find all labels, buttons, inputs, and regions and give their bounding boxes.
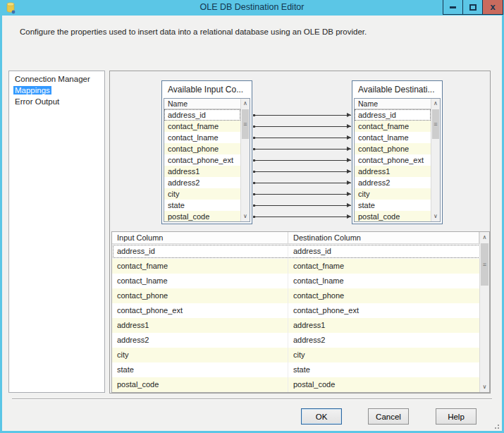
destination-column-header: Destination Column: [288, 232, 479, 243]
available-input-columns-title: Available Input Co...: [162, 81, 252, 98]
destination-column-cell[interactable]: postal_code: [288, 377, 479, 392]
input-column-cell[interactable]: address_id: [112, 244, 288, 259]
input-column-cell[interactable]: state: [112, 362, 288, 377]
column-item[interactable]: address_id: [164, 109, 240, 121]
destination-column-cell[interactable]: city: [288, 348, 479, 362]
window-controls: x: [443, 0, 503, 15]
page-list: Connection ManagerMappingsError Output: [8, 71, 105, 393]
mapping-arrow: [253, 216, 351, 217]
maximize-icon: [469, 4, 477, 11]
destination-column-cell[interactable]: state: [288, 362, 479, 377]
ok-button[interactable]: OK: [301, 408, 342, 425]
scrollbar-thumb[interactable]: ≡: [432, 109, 439, 139]
mapping-grid-row[interactable]: citycity: [112, 348, 489, 362]
mapping-grid-row[interactable]: contact_fnamecontact_fname: [112, 259, 489, 274]
column-item[interactable]: contact_phone: [355, 143, 431, 154]
maximize-button[interactable]: [462, 0, 483, 15]
available-destination-columns-box: Available Destinati... Name address_idco…: [352, 80, 443, 224]
column-item[interactable]: address_id: [355, 109, 431, 121]
mapping-grid-row[interactable]: postal_codepostal_code: [112, 377, 489, 392]
dialog-description: Configure the properties used to insert …: [20, 28, 367, 36]
destination-column-cell[interactable]: address2: [288, 333, 479, 348]
scrollbar-thumb[interactable]: ≡: [242, 109, 249, 139]
mapping-grid-row-partial: [112, 392, 489, 393]
available-input-columns-box: Available Input Co... Name address_idcon…: [161, 80, 252, 224]
input-column-cell[interactable]: address1: [112, 318, 288, 333]
column-item[interactable]: contact_phone_ext: [355, 154, 431, 166]
destination-column-cell[interactable]: contact_phone: [288, 288, 479, 303]
mapping-grid-row[interactable]: address1address1: [112, 318, 489, 333]
minimize-button[interactable]: [443, 0, 463, 15]
input-name-column-header[interactable]: Name: [164, 99, 240, 109]
mapping-arrow: [253, 171, 351, 172]
input-column-header: Input Column: [112, 232, 288, 243]
scroll-down-icon[interactable]: ∨: [480, 382, 489, 392]
grid-scrollbar[interactable]: ∧ ≡ ∨: [479, 232, 489, 392]
destination-columns-list: Name address_idcontact_fnamecontact_lnam…: [354, 98, 441, 222]
column-item[interactable]: contact_phone: [164, 143, 240, 154]
destination-column-cell[interactable]: contact_phone_ext: [288, 303, 479, 318]
mapping-grid-row[interactable]: address2address2: [112, 333, 489, 348]
column-item[interactable]: contact_fname: [355, 121, 431, 132]
sidebar-item-label: Error Output: [13, 97, 61, 106]
input-column-cell[interactable]: postal_code: [112, 377, 288, 392]
column-item[interactable]: contact_lname: [164, 132, 240, 143]
scrollbar-thumb[interactable]: ≡: [481, 243, 488, 286]
destination-column-cell[interactable]: contact_lname: [288, 274, 479, 288]
sidebar-item-error-output[interactable]: Error Output: [9, 96, 104, 107]
sidebar-item-connection-manager[interactable]: Connection Manager: [9, 73, 104, 85]
input-column-cell[interactable]: contact_lname: [112, 274, 288, 288]
dialog-body: Configure the properties used to insert …: [2, 16, 502, 431]
column-item[interactable]: city: [355, 188, 431, 200]
column-item[interactable]: contact_phone_ext: [164, 154, 240, 166]
mapping-arrow: [253, 138, 351, 138]
input-column-cell[interactable]: city: [112, 348, 288, 362]
mapping-grid-row[interactable]: statestate: [112, 362, 489, 377]
destination-column-cell[interactable]: address_id: [288, 244, 479, 259]
scroll-up-icon[interactable]: ∧: [431, 99, 440, 109]
input-column-cell[interactable]: address2: [112, 333, 288, 348]
mapping-arrow: [253, 115, 351, 116]
input-column-cell[interactable]: contact_phone: [112, 288, 288, 303]
destination-name-column-header[interactable]: Name: [355, 99, 431, 109]
destination-list-scrollbar[interactable]: ∧ ≡ ∨: [431, 99, 440, 221]
mapping-arrow: [253, 205, 351, 206]
close-button[interactable]: x: [482, 0, 503, 15]
sidebar-item-label: Connection Manager: [13, 75, 92, 83]
scroll-up-icon[interactable]: ∧: [480, 232, 489, 243]
scroll-down-icon[interactable]: ∨: [431, 212, 440, 221]
column-item[interactable]: city: [164, 188, 240, 200]
column-item[interactable]: state: [164, 200, 240, 211]
column-item[interactable]: address2: [355, 177, 431, 188]
mapping-grid-row[interactable]: address_idaddress_id: [112, 244, 489, 259]
mapping-grid: Input Column Destination Column address_…: [111, 231, 490, 393]
destination-column-cell[interactable]: address1: [288, 318, 479, 333]
column-item[interactable]: address1: [355, 166, 431, 177]
cancel-button[interactable]: Cancel: [368, 408, 409, 425]
destination-column-cell: [288, 392, 479, 393]
mapping-grid-row[interactable]: contact_phonecontact_phone: [112, 288, 489, 303]
mapping-grid-row[interactable]: contact_phone_extcontact_phone_ext: [112, 303, 489, 318]
column-item[interactable]: address1: [164, 166, 240, 177]
resize-grip[interactable]: [493, 422, 500, 429]
scroll-down-icon[interactable]: ∨: [241, 212, 250, 221]
input-column-cell[interactable]: contact_phone_ext: [112, 303, 288, 318]
column-item[interactable]: contact_lname: [355, 132, 431, 143]
destination-column-cell[interactable]: contact_fname: [288, 259, 479, 274]
available-destination-columns-title: Available Destinati...: [352, 81, 442, 98]
titlebar[interactable]: OLE DB Destination Editor x: [0, 0, 504, 16]
mapping-arrow: [253, 160, 351, 161]
column-item[interactable]: state: [355, 200, 431, 211]
input-column-cell: [112, 392, 288, 393]
column-item[interactable]: postal_code: [355, 211, 431, 222]
column-item[interactable]: postal_code: [164, 211, 240, 222]
help-button[interactable]: Help: [436, 408, 477, 425]
column-item[interactable]: address2: [164, 177, 240, 188]
input-list-scrollbar[interactable]: ∧ ≡ ∨: [240, 99, 250, 221]
scroll-up-icon[interactable]: ∧: [241, 99, 250, 109]
ole-db-destination-editor-window: OLE DB Destination Editor x Configure th…: [0, 0, 504, 433]
column-item[interactable]: contact_fname: [164, 121, 240, 132]
mapping-grid-row[interactable]: contact_lnamecontact_lname: [112, 274, 489, 288]
sidebar-item-mappings[interactable]: Mappings: [9, 85, 104, 96]
input-column-cell[interactable]: contact_fname: [112, 259, 288, 274]
